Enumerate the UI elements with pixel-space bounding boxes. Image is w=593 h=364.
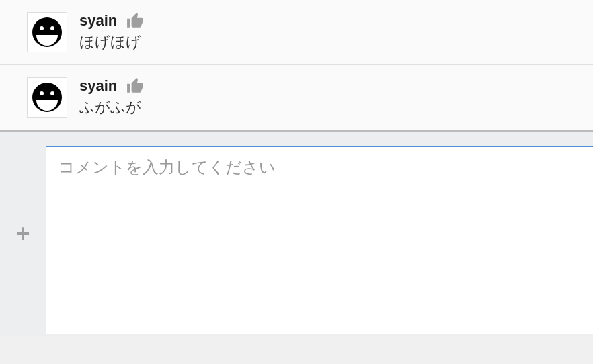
username: syain — [79, 12, 117, 30]
smiley-face-icon — [31, 81, 63, 113]
username: syain — [79, 77, 117, 95]
smiley-face-icon — [31, 16, 63, 48]
svg-point-1 — [40, 26, 44, 30]
comment-item: syain ほげほげ — [0, 0, 593, 65]
add-button[interactable]: + — [15, 222, 30, 246]
like-button[interactable] — [126, 77, 144, 95]
add-button-column: + — [0, 132, 46, 336]
svg-point-5 — [50, 91, 54, 95]
avatar — [27, 77, 67, 118]
comment-header: syain — [79, 12, 585, 30]
svg-point-4 — [40, 91, 44, 95]
comment-text: ふがふが — [79, 97, 585, 118]
comment-header: syain — [79, 77, 585, 95]
comment-text: ほげほげ — [79, 32, 585, 52]
comment-textarea[interactable] — [46, 146, 593, 334]
svg-point-2 — [50, 26, 54, 30]
thumbs-up-icon — [126, 77, 144, 95]
comment-input-section: + — [0, 130, 593, 336]
comment-body: syain ふがふが — [79, 77, 585, 118]
comments-list: syain ほげほげ syain — [0, 0, 593, 130]
thumbs-up-icon — [126, 12, 144, 30]
comment-body: syain ほげほげ — [79, 12, 585, 52]
comment-item: syain ふがふが — [0, 65, 593, 130]
avatar — [27, 12, 67, 52]
like-button[interactable] — [126, 12, 144, 30]
